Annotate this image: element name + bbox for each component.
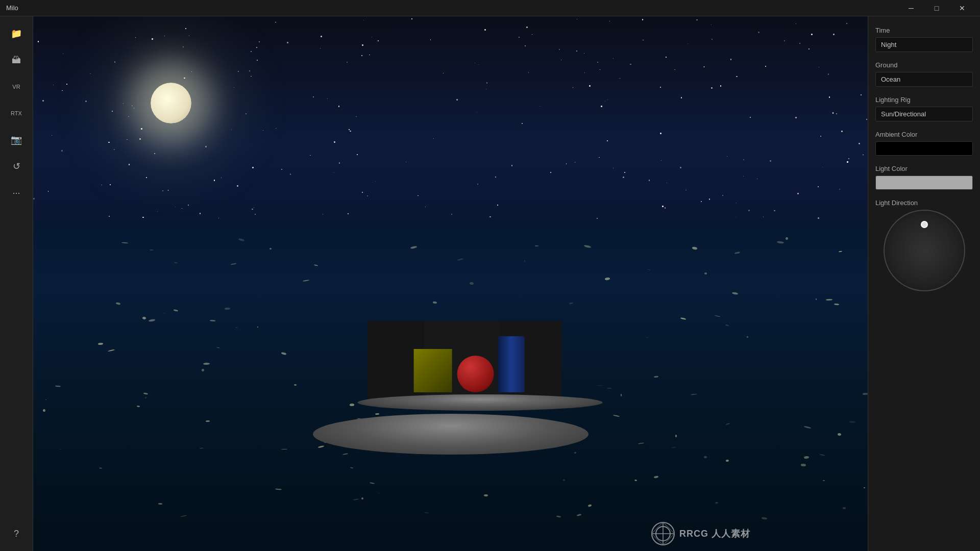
sphere-red [457,356,494,392]
sidebar-item-landscape[interactable]: 🏔 [4,48,29,72]
sidebar-item-vr[interactable]: VR [4,74,29,99]
sidebar-item-folder[interactable]: 📁 [4,21,29,46]
landscape-icon: 🏔 [12,56,21,65]
camera-icon: 📷 [11,135,22,144]
sidebar-item-help[interactable]: ? [4,521,29,546]
right-panel: Time Night Day Dusk Dawn Ground Ocean No… [868,16,980,551]
help-icon: ? [14,529,19,538]
titlebar-controls: ─ □ ✕ [899,0,974,16]
watermark-logo [651,521,675,546]
light-direction-group: Light Direction [875,199,973,291]
folder-icon: 📁 [11,29,22,38]
ground-group: Ground Ocean None Grass Desert [875,61,973,87]
time-label: Time [875,27,973,34]
sidebar-item-reset[interactable]: ↺ [4,154,29,179]
lighting-rig-label: Lighting Rig [875,96,973,104]
sidebar-item-camera[interactable]: 📷 [4,128,29,152]
watermark: RRCG 人人素材 [651,521,750,546]
rtx-label: RTX [11,110,22,116]
watermark-text: RRCG 人人素材 [679,528,750,540]
viewport[interactable]: RRCG 人人素材 [33,16,868,551]
more-icon: ··· [12,188,20,197]
sidebar-item-rtx[interactable]: RTX [4,101,29,126]
moon [151,83,191,123]
maximize-button[interactable]: □ [925,0,948,16]
lighting-rig-group: Lighting Rig Sun/Directional None Studio… [875,96,973,121]
light-direction-wheel[interactable] [884,210,965,291]
cylinder-blue [498,336,524,392]
minimize-button[interactable]: ─ [899,0,923,16]
time-group: Time Night Day Dusk Dawn [875,27,973,52]
cube-yellow [413,349,452,392]
platform-surface [357,394,602,411]
reset-icon: ↺ [13,162,20,171]
titlebar-title: Milo [6,4,899,12]
light-direction-label: Light Direction [875,199,973,207]
light-color-swatch[interactable] [875,176,973,190]
ground-label: Ground [875,61,973,69]
light-direction-dot [921,221,928,228]
lighting-rig-select[interactable]: Sun/Directional None Studio Outdoor [875,107,973,121]
light-color-group: Light Color [875,165,973,190]
scene-objects [357,290,602,433]
ambient-color-group: Ambient Color [875,131,973,156]
titlebar: Milo ─ □ ✕ [0,0,980,16]
ambient-color-swatch[interactable] [875,141,973,156]
sidebar-item-more[interactable]: ··· [4,181,29,205]
ground-select[interactable]: Ocean None Grass Desert [875,72,973,87]
vr-label: VR [12,84,20,90]
light-color-label: Light Color [875,165,973,172]
sidebar: 📁 🏔 VR RTX 📷 ↺ ··· ? [0,16,33,551]
close-button[interactable]: ✕ [950,0,974,16]
time-select[interactable]: Night Day Dusk Dawn [875,37,973,52]
ambient-color-label: Ambient Color [875,131,973,138]
